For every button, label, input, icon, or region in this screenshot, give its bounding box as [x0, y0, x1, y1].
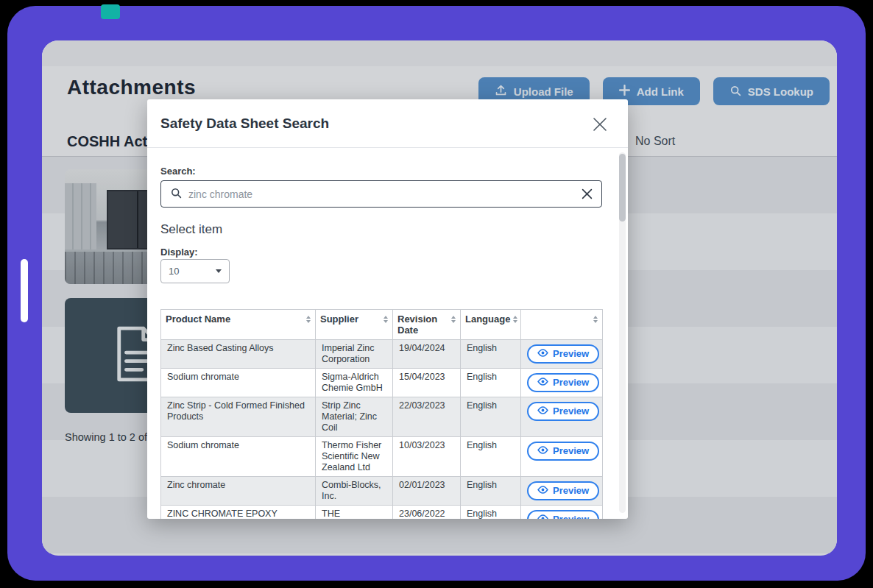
cell-product: Zinc Based Casting Alloys [161, 340, 316, 369]
col-label: Revision Date [397, 314, 448, 336]
preview-label: Preview [553, 405, 589, 417]
magnifier-icon [170, 187, 182, 202]
table-row: Zinc chromate Combi-Blocks, Inc. 02/01/2… [161, 477, 603, 506]
table-header-row: Product Name Supplier Revision Date Lang… [161, 310, 603, 340]
preview-button[interactable]: Preview [527, 402, 599, 421]
app-screen: Attachments Upload File Add Link SDS Loo… [42, 40, 837, 556]
cell-date: 10/03/2023 [393, 437, 461, 477]
sort-icon [451, 314, 456, 323]
sort-icon [306, 314, 311, 323]
cell-language: English [461, 397, 521, 437]
preview-label: Preview [553, 514, 589, 519]
device-notch [101, 4, 120, 19]
col-label: Product Name [166, 314, 230, 325]
select-item-label: Select item [160, 222, 222, 237]
cell-product: Sodium chromate [161, 437, 316, 477]
col-label: Language [465, 314, 510, 325]
col-label: Supplier [320, 314, 358, 325]
col-header-actions[interactable] [521, 310, 603, 340]
eye-icon [537, 348, 548, 359]
cell-product: ZINC CHROMATE EPOXY PRIMER [161, 506, 316, 520]
modal-body: Search: Select item Display: 10 [147, 148, 628, 519]
cell-supplier: Thermo Fisher Scientific New Zealand Ltd [316, 437, 393, 477]
preview-label: Preview [553, 445, 589, 456]
cell-language: English [461, 506, 521, 520]
sort-icon [593, 314, 598, 323]
preview-label: Preview [553, 348, 589, 359]
modal-scrollbar [619, 152, 626, 513]
cell-date: 02/01/2023 [393, 477, 461, 506]
preview-button[interactable]: Preview [527, 344, 599, 364]
sds-search-modal: Safety Data Sheet Search Search: Select [147, 99, 628, 519]
cell-language: English [461, 369, 521, 397]
col-header-language[interactable]: Language [461, 310, 521, 340]
cell-product: Zinc Strip - Cold Formed Finished Produc… [161, 397, 316, 437]
search-box [160, 180, 602, 208]
display-select-value: 10 [169, 266, 179, 277]
sort-icon [384, 314, 388, 323]
display-select[interactable]: 10 [160, 259, 230, 283]
cell-supplier: THE SHERWIN-WILLIAMS COMPANY [316, 506, 393, 520]
cell-supplier: Strip Zinc Material; Zinc Coil [316, 397, 393, 437]
cell-date: 19/04/2024 [393, 340, 461, 369]
scrollbar-thumb[interactable] [619, 154, 626, 222]
preview-button[interactable]: Preview [527, 481, 599, 500]
cell-date: 22/03/2023 [393, 397, 461, 437]
preview-label: Preview [553, 485, 589, 496]
preview-label: Preview [553, 377, 589, 388]
preview-button[interactable]: Preview [527, 373, 599, 392]
eye-icon [537, 485, 548, 496]
cell-language: English [461, 437, 521, 477]
device-side-button [21, 259, 28, 322]
table-row: Sodium chromate Sigma-Aldrich Chemie Gmb… [161, 369, 603, 397]
cell-product: Zinc chromate [161, 477, 316, 506]
cell-language: English [461, 477, 521, 506]
table-row: ZINC CHROMATE EPOXY PRIMER THE SHERWIN-W… [161, 506, 603, 520]
col-header-product-name[interactable]: Product Name [161, 310, 316, 340]
sds-results-table: Product Name Supplier Revision Date Lang… [160, 309, 603, 519]
cell-date: 23/06/2022 [393, 506, 461, 520]
eye-icon [537, 405, 548, 417]
search-input[interactable] [188, 188, 575, 200]
clear-search-icon[interactable] [582, 188, 593, 199]
eye-icon [537, 445, 548, 456]
cell-product: Sodium chromate [161, 369, 316, 397]
preview-button[interactable]: Preview [527, 442, 599, 461]
cell-supplier: Sigma-Aldrich Chemie GmbH [316, 369, 393, 397]
table-row: Zinc Strip - Cold Formed Finished Produc… [161, 397, 603, 437]
cell-date: 15/04/2023 [393, 369, 461, 397]
chevron-down-icon [216, 269, 222, 273]
modal-header: Safety Data Sheet Search [147, 99, 628, 148]
table-row: Zinc Based Casting Alloys Imperial Zinc … [161, 340, 603, 369]
cell-supplier: Imperial Zinc Corporation [316, 340, 393, 369]
table-row: Sodium chromate Thermo Fisher Scientific… [161, 437, 603, 477]
display-label: Display: [160, 247, 198, 258]
col-header-supplier[interactable]: Supplier [316, 310, 393, 340]
sort-icon [513, 314, 517, 323]
col-header-revision-date[interactable]: Revision Date [393, 310, 461, 340]
modal-title: Safety Data Sheet Search [160, 116, 329, 132]
screenshot-stage: Attachments Upload File Add Link SDS Loo… [0, 0, 873, 588]
search-label: Search: [160, 166, 196, 177]
cell-language: English [461, 340, 521, 369]
close-icon[interactable] [588, 113, 612, 136]
cell-supplier: Combi-Blocks, Inc. [316, 477, 393, 506]
eye-icon [537, 514, 548, 519]
eye-icon [537, 377, 548, 388]
preview-button[interactable]: Preview [527, 510, 599, 519]
